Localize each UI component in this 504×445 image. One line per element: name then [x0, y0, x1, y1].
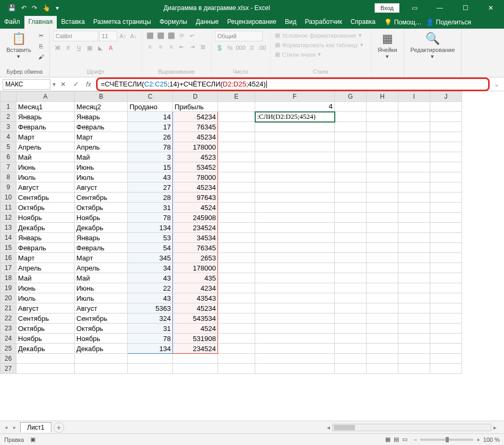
- row-header-24[interactable]: 24: [1, 334, 16, 344]
- cell-c16[interactable]: 345: [128, 253, 173, 263]
- cell-h10[interactable]: [367, 193, 398, 203]
- redo-icon[interactable]: ↷: [32, 4, 37, 12]
- cell-i16[interactable]: [398, 253, 430, 263]
- tab-home[interactable]: Главная: [24, 16, 57, 29]
- cell-f15[interactable]: [255, 243, 335, 253]
- row-header-2[interactable]: 2: [1, 112, 16, 122]
- cell-h23[interactable]: [367, 324, 398, 334]
- cell-c21[interactable]: 5363: [128, 303, 173, 313]
- cell-b4[interactable]: Март: [75, 132, 128, 142]
- col-header-d[interactable]: D: [173, 92, 218, 102]
- cell-i22[interactable]: [398, 313, 430, 324]
- cell-h9[interactable]: [367, 182, 398, 193]
- cell-a14[interactable]: Январь: [16, 233, 75, 243]
- align-left-icon[interactable]: ≡: [145, 42, 155, 51]
- row-header-17[interactable]: 17: [1, 263, 16, 273]
- cell-i25[interactable]: [398, 344, 430, 354]
- cell-f1[interactable]: 4: [255, 102, 335, 112]
- cell-a9[interactable]: Август: [16, 182, 75, 193]
- cell-b15[interactable]: Февраль: [75, 243, 128, 253]
- close-button[interactable]: ✕: [480, 0, 501, 16]
- cell-e7[interactable]: [218, 162, 255, 172]
- decrease-indent-icon[interactable]: ⇤: [177, 42, 187, 51]
- row-header-18[interactable]: 18: [1, 273, 16, 283]
- tab-review[interactable]: Рецензирование: [223, 16, 281, 29]
- fx-icon[interactable]: fx: [83, 81, 94, 88]
- row-header-8[interactable]: 8: [1, 172, 16, 182]
- cell-b7[interactable]: Июнь: [75, 162, 128, 172]
- cell-g25[interactable]: [335, 344, 367, 354]
- cell-g24[interactable]: [335, 334, 367, 344]
- cell-d5[interactable]: 178000: [173, 142, 218, 152]
- cell-i18[interactable]: [398, 273, 430, 283]
- cell-c8[interactable]: 43: [128, 172, 173, 182]
- cell-e12[interactable]: [218, 213, 255, 223]
- zoom-control[interactable]: − + 100 %: [414, 437, 500, 443]
- cell-f13[interactable]: [255, 223, 335, 233]
- row-header-6[interactable]: 6: [1, 152, 16, 162]
- cell-i24[interactable]: [398, 334, 430, 344]
- cell-h12[interactable]: [367, 213, 398, 223]
- cell-d4[interactable]: 45234: [173, 132, 218, 142]
- cell-d26[interactable]: [173, 354, 218, 364]
- cell-h17[interactable]: [367, 263, 398, 273]
- zoom-slider[interactable]: [420, 439, 473, 441]
- cells-button[interactable]: ▦ Ячейки ▾: [375, 31, 401, 61]
- row-header-27[interactable]: 27: [1, 364, 16, 374]
- cell-a8[interactable]: Июль: [16, 172, 75, 182]
- cell-d8[interactable]: 78000: [173, 172, 218, 182]
- zoom-in-icon[interactable]: +: [476, 437, 480, 443]
- cell-j8[interactable]: [430, 172, 462, 182]
- cell-c23[interactable]: 31: [128, 324, 173, 334]
- cell-f2[interactable]: :СЛИ(D2:D25;4524): [255, 112, 335, 122]
- editing-button[interactable]: 🔍 Редактирование ▾: [407, 31, 458, 61]
- cell-f4[interactable]: [255, 132, 335, 142]
- cell-g10[interactable]: [335, 193, 367, 203]
- align-top-icon[interactable]: ⬛: [145, 31, 155, 40]
- percent-icon[interactable]: %: [225, 43, 235, 53]
- cell-g19[interactable]: [335, 283, 367, 293]
- cell-j7[interactable]: [430, 162, 462, 172]
- cell-f8[interactable]: [255, 172, 335, 182]
- cell-a15[interactable]: Февраль: [16, 243, 75, 253]
- formula-input[interactable]: =СЧЁТЕСЛИ(C2:C25;14)+СЧЁТЕСЛИ(D2:D25;452…: [96, 77, 490, 91]
- cell-h16[interactable]: [367, 253, 398, 263]
- cell-e15[interactable]: [218, 243, 255, 253]
- cell-c17[interactable]: 34: [128, 263, 173, 273]
- cell-b17[interactable]: Апрель: [75, 263, 128, 273]
- cell-a20[interactable]: Июль: [16, 293, 75, 303]
- comma-icon[interactable]: 000: [236, 43, 246, 53]
- row-header-10[interactable]: 10: [1, 193, 16, 203]
- cell-e18[interactable]: [218, 273, 255, 283]
- tab-formulas[interactable]: Формулы: [155, 16, 192, 29]
- row-header-25[interactable]: 25: [1, 344, 16, 354]
- cell-i15[interactable]: [398, 243, 430, 253]
- cell-i2[interactable]: [398, 112, 430, 122]
- cell-j22[interactable]: [430, 313, 462, 324]
- login-button[interactable]: Вход: [375, 3, 399, 13]
- cell-g22[interactable]: [335, 313, 367, 324]
- cell-f16[interactable]: [255, 253, 335, 263]
- cell-j24[interactable]: [430, 334, 462, 344]
- share-button[interactable]: 👤Поделиться: [426, 16, 471, 29]
- cell-f22[interactable]: [255, 313, 335, 324]
- row-header-16[interactable]: 16: [1, 253, 16, 263]
- cell-b13[interactable]: Декабрь: [75, 223, 128, 233]
- cell-c9[interactable]: 27: [128, 182, 173, 193]
- cell-d21[interactable]: 45234: [173, 303, 218, 313]
- underline-icon[interactable]: Ч: [74, 43, 84, 53]
- wrap-text-icon[interactable]: ↵: [188, 31, 197, 40]
- row-header-7[interactable]: 7: [1, 162, 16, 172]
- cell-c7[interactable]: 15: [128, 162, 173, 172]
- align-center-icon[interactable]: ≡: [156, 42, 166, 51]
- cell-h6[interactable]: [367, 152, 398, 162]
- cell-f18[interactable]: [255, 273, 335, 283]
- cell-f3[interactable]: [255, 122, 335, 132]
- cell-c13[interactable]: 134: [128, 223, 173, 233]
- tab-insert[interactable]: Вставка: [57, 16, 89, 29]
- cell-a13[interactable]: Декабрь: [16, 223, 75, 233]
- decrease-font-icon[interactable]: A↓: [129, 31, 138, 41]
- cell-i26[interactable]: [398, 354, 430, 364]
- cell-b5[interactable]: Апрель: [75, 142, 128, 152]
- cell-a10[interactable]: Сентябрь: [16, 193, 75, 203]
